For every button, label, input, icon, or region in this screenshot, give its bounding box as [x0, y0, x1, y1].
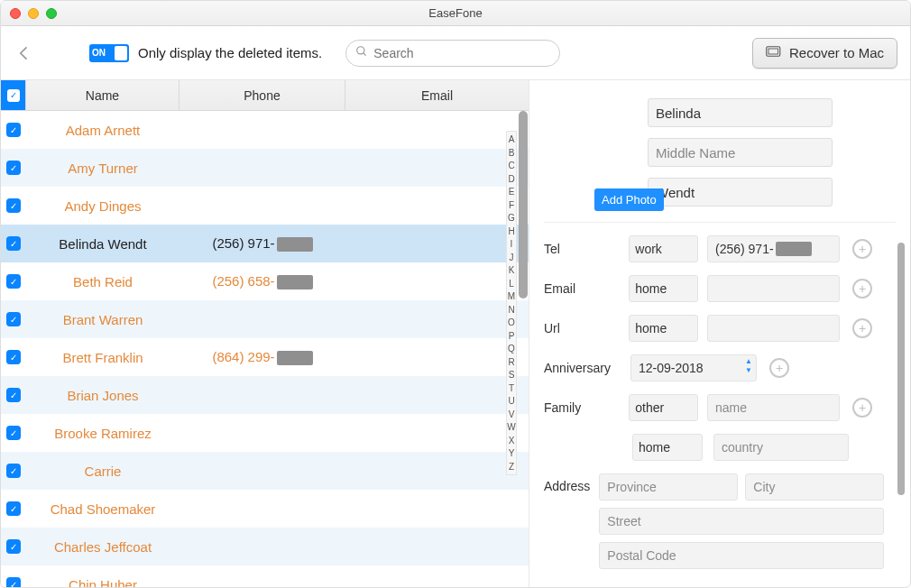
address-postal[interactable]: Postal Code — [599, 542, 884, 569]
address-street[interactable]: Street — [599, 508, 884, 535]
row-checkbox[interactable] — [6, 577, 21, 588]
alpha-letter[interactable]: M — [508, 291, 515, 302]
table-row[interactable]: Carrie — [1, 452, 529, 490]
header-email[interactable]: Email — [345, 80, 529, 110]
table-scrollbar[interactable] — [519, 111, 528, 299]
alpha-letter[interactable]: F — [509, 200, 514, 211]
first-name-field[interactable]: Belinda — [648, 98, 833, 127]
url-value[interactable] — [707, 315, 840, 342]
alpha-letter[interactable]: N — [508, 305, 514, 316]
url-type[interactable]: home — [629, 315, 698, 342]
address-type[interactable]: home — [632, 434, 703, 461]
row-checkbox[interactable] — [6, 388, 21, 402]
alpha-letter[interactable]: V — [509, 409, 515, 420]
last-name-field[interactable]: Wendt — [648, 178, 833, 207]
row-checkbox[interactable] — [6, 501, 21, 516]
row-checkbox[interactable] — [6, 123, 21, 137]
zoom-window-button[interactable] — [46, 8, 57, 19]
address-province[interactable]: Province — [599, 473, 738, 501]
header-checkbox[interactable] — [1, 80, 26, 110]
minimize-window-button[interactable] — [28, 8, 39, 19]
alpha-letter[interactable]: K — [509, 265, 515, 276]
alpha-letter[interactable]: D — [508, 174, 514, 185]
row-checkbox[interactable] — [6, 539, 21, 554]
table-row[interactable]: Brant Warren — [1, 300, 529, 338]
middle-name-field[interactable]: Middle Name — [648, 138, 833, 167]
row-checkbox[interactable] — [6, 198, 21, 213]
table-row[interactable]: Brett Franklin(864) 299- — [1, 338, 529, 376]
close-window-button[interactable] — [10, 8, 21, 19]
alpha-letter[interactable]: G — [508, 213, 515, 224]
alpha-index[interactable]: ABCDEFGHIJKLMNOPQRSTUVWXYZ — [506, 131, 517, 475]
date-stepper[interactable]: ▲▼ — [745, 358, 752, 374]
back-button[interactable] — [14, 42, 35, 64]
row-name: Andy Dinges — [26, 198, 179, 214]
alpha-letter[interactable]: X — [509, 436, 515, 446]
row-checkbox[interactable] — [6, 236, 21, 251]
address-country[interactable]: country — [713, 434, 849, 461]
row-checkbox[interactable] — [6, 350, 21, 364]
table-row[interactable]: Beth Reid(256) 658- — [1, 262, 529, 300]
row-checkbox[interactable] — [6, 312, 21, 326]
deleted-filter-toggle[interactable]: ON — [89, 44, 129, 62]
table-row[interactable]: Belinda Wendt(256) 971- — [1, 225, 529, 262]
alpha-letter[interactable]: Z — [509, 462, 514, 473]
address-city[interactable]: City — [745, 473, 884, 501]
header-phone[interactable]: Phone — [179, 80, 345, 110]
alpha-letter[interactable]: B — [509, 148, 515, 159]
table-row[interactable]: Charles Jeffcoat — [1, 528, 529, 565]
alpha-letter[interactable]: Y — [509, 448, 515, 459]
alpha-letter[interactable]: E — [509, 187, 515, 198]
row-checkbox[interactable] — [6, 464, 21, 478]
alpha-letter[interactable]: P — [509, 331, 515, 342]
alpha-letter[interactable]: O — [508, 317, 515, 328]
family-name-field[interactable]: name — [707, 394, 840, 421]
table-row[interactable]: Chip Huber — [1, 565, 529, 588]
row-phone: (256) 971- — [179, 235, 345, 252]
row-checkbox[interactable] — [6, 274, 21, 289]
alpha-letter[interactable]: U — [508, 396, 514, 407]
search-input[interactable] — [373, 46, 550, 60]
alpha-letter[interactable]: C — [508, 161, 514, 171]
row-checkbox[interactable] — [6, 426, 21, 440]
table-row[interactable]: Adam Arnett — [1, 111, 529, 149]
detail-scrollbar[interactable] — [897, 243, 905, 522]
add-email-button[interactable]: + — [852, 279, 872, 299]
add-family-button[interactable]: + — [852, 398, 872, 418]
table-row[interactable]: Brooke Ramirez — [1, 414, 529, 452]
alpha-letter[interactable]: S — [509, 370, 515, 381]
alpha-letter[interactable]: R — [508, 357, 514, 368]
add-url-button[interactable]: + — [852, 318, 872, 338]
row-name: Belinda Wendt — [26, 236, 179, 252]
table-row[interactable]: Amy Turner — [1, 149, 529, 187]
header-name[interactable]: Name — [26, 80, 179, 110]
table-row[interactable]: Brian Jones — [1, 376, 529, 414]
add-anniversary-button[interactable]: + — [769, 358, 789, 378]
contacts-table: Name Phone Email Adam ArnettAmy TurnerAn… — [1, 80, 529, 588]
alpha-letter[interactable]: J — [510, 253, 514, 263]
add-photo-button[interactable]: Add Photo — [594, 188, 664, 211]
row-name: Carrie — [26, 464, 179, 479]
add-tel-button[interactable]: + — [852, 239, 872, 259]
anniversary-value[interactable]: 12-09-2018 ▲▼ — [630, 354, 757, 381]
table-row[interactable]: Andy Dinges — [1, 187, 529, 225]
email-value[interactable] — [707, 275, 840, 302]
tel-type[interactable]: work — [629, 235, 698, 262]
svg-point-0 — [357, 47, 364, 54]
tel-value[interactable]: (256) 971- — [707, 235, 840, 262]
masked-digits — [776, 242, 812, 256]
alpha-letter[interactable]: Q — [508, 344, 515, 354]
alpha-letter[interactable]: I — [511, 239, 513, 250]
row-checkbox[interactable] — [6, 161, 21, 175]
table-row[interactable]: Chad Shoemaker — [1, 490, 529, 528]
alpha-letter[interactable]: W — [507, 422, 515, 433]
recover-button[interactable]: Recover to Mac — [752, 38, 897, 69]
search-field[interactable] — [345, 40, 560, 67]
alpha-letter[interactable]: A — [509, 134, 515, 145]
family-type[interactable]: other — [629, 394, 698, 421]
alpha-letter[interactable]: T — [509, 383, 514, 394]
email-type[interactable]: home — [629, 275, 698, 302]
alpha-letter[interactable]: H — [508, 226, 514, 237]
alpha-letter[interactable]: L — [509, 279, 514, 289]
url-row: Url home + — [544, 315, 872, 342]
